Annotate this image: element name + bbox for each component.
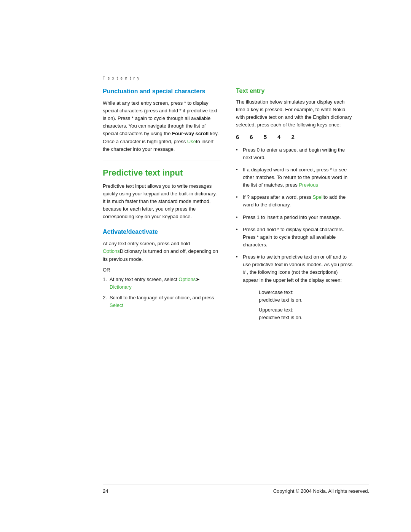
key-6a: 6	[236, 134, 239, 140]
indent1-value: predictive text is on.	[259, 297, 303, 303]
bullet-item-3: If ? appears after a word, press Spellto…	[236, 193, 354, 209]
indent1-label: Lowercase text:	[259, 289, 293, 295]
bullet-item-5: Press and hold * to display special char…	[236, 226, 354, 249]
or-text: OR	[103, 267, 221, 273]
page-container: T e x t e n t r y Punctuation and specia…	[0, 0, 411, 532]
footer-copyright: Copyright © 2004 Nokia. All rights reser…	[273, 488, 369, 494]
key-2: 2	[291, 134, 294, 140]
bullet-list: Press 0 to enter a space, and begin writ…	[236, 146, 354, 284]
activate-section: Activate/deactivate At any text entry sc…	[103, 228, 221, 309]
indent-block-2: Uppercase text: predictive text is on.	[236, 306, 354, 321]
text-entry-title: Text entry	[236, 88, 354, 94]
key-4: 4	[277, 134, 280, 140]
bullet-item-4: Press 1 to insert a period into your mes…	[236, 214, 354, 221]
bullet-item-1: Press 0 to enter a space, and begin writ…	[236, 146, 354, 161]
predictive-title: Predictive text input	[103, 168, 221, 178]
text-entry-body: The illustration below simulates your di…	[236, 98, 354, 129]
divider1	[103, 160, 221, 160]
punctuation-body: While at any text entry screen, press * …	[103, 99, 221, 153]
text-entry-section: Text entry The illustration below simula…	[236, 88, 354, 129]
predictive-section: Predictive text input Predictive text in…	[103, 168, 221, 221]
footer-area: 24 Copyright © 2004 Nokia. All rights re…	[103, 484, 369, 494]
right-column: Text entry The illustration below simula…	[236, 88, 354, 324]
left-column: Punctuation and special characters While…	[103, 88, 221, 324]
activate-title: Activate/deactivate	[103, 228, 221, 236]
punctuation-section: Punctuation and special characters While…	[103, 88, 221, 153]
key-5: 5	[264, 134, 267, 140]
key-6b: 6	[250, 134, 253, 140]
activate-body: At any text entry screen, press and hold…	[103, 240, 221, 263]
key-row: 6 6 5 4 2	[236, 134, 354, 140]
list-item: 1. At any text entry screen, select Opti…	[103, 276, 221, 291]
punctuation-title: Punctuation and special characters	[103, 88, 221, 96]
content-area: Punctuation and special characters While…	[103, 88, 369, 324]
bullet-item-2: If a displayed word is not correct, pres…	[236, 166, 354, 189]
footer-page-number: 24	[103, 488, 108, 494]
bullet-item-6: Press # to switch predictive text on or …	[236, 253, 354, 284]
indent-block-1: Lowercase text: predictive text is on.	[236, 289, 354, 304]
activate-list: 1. At any text entry screen, select Opti…	[103, 276, 221, 310]
predictive-body: Predictive text input allows you to writ…	[103, 182, 221, 221]
page-header-label: T e x t e n t r y	[103, 76, 140, 80]
indent2-value: predictive text is on.	[259, 315, 303, 320]
indent2-label: Uppercase text:	[259, 307, 293, 313]
list-item: 2. Scroll to the language of your choice…	[103, 294, 221, 309]
